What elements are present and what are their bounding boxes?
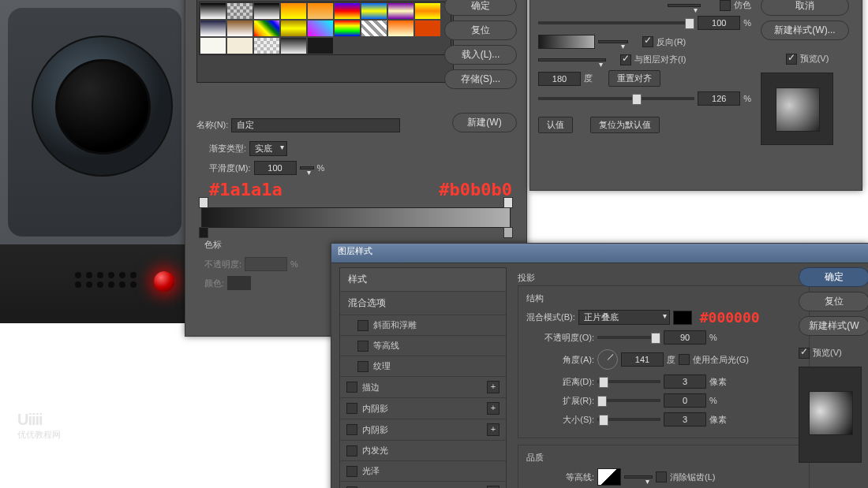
preview-checkbox[interactable] <box>786 54 797 65</box>
spread-label: 扩展(R): <box>526 395 594 407</box>
style-preview <box>761 73 833 145</box>
opacity-stop-left[interactable] <box>199 197 208 208</box>
spread-slider[interactable] <box>597 399 660 402</box>
stop-opacity-input <box>245 257 287 271</box>
smooth-input[interactable] <box>254 161 297 175</box>
ls-reset-button[interactable]: 复位 <box>799 292 868 311</box>
grad-type-select[interactable]: 实底 <box>249 141 287 156</box>
angle-input[interactable] <box>538 72 581 86</box>
dither-checkbox[interactable] <box>720 0 731 11</box>
style-item[interactable]: 斜面和浮雕 <box>340 315 506 336</box>
style-item[interactable]: 等高线 <box>340 336 506 356</box>
shadow-angle-input[interactable] <box>621 352 664 367</box>
opacity-stop-right[interactable] <box>503 197 513 208</box>
layer-style-dialog: 图层样式 样式 混合选项 斜面和浮雕等高线纹理描边+内阴影+内阴影+内发光光泽颜… <box>331 243 868 488</box>
quality-label: 品质 <box>526 452 801 464</box>
scale-slider[interactable] <box>538 97 694 100</box>
align-checkbox[interactable] <box>620 54 631 65</box>
style-item[interactable]: 颜色叠加+ <box>340 482 506 488</box>
styles-header[interactable]: 样式 <box>340 268 506 292</box>
style-item-label: 描边 <box>362 382 380 393</box>
shadow-blend-mode-select[interactable]: 正片叠底 <box>578 310 670 325</box>
watermark: Uiiii 优优教程网 <box>17 411 61 441</box>
style-item[interactable]: 内阴影+ <box>340 419 506 441</box>
ls-new-style-button[interactable]: 新建样式(W <box>799 316 868 336</box>
reverse-checkbox[interactable] <box>642 36 653 47</box>
drop-shadow-panel: 投影 结构 混合模式(B): 正片叠底 #000000 不透明度(O): % 角… <box>518 267 810 488</box>
style-item-checkbox[interactable] <box>357 320 369 331</box>
style-item[interactable]: 内阴影+ <box>340 398 506 419</box>
dialog-title: 图层样式 <box>338 246 372 255</box>
opacity-input[interactable] <box>698 16 740 30</box>
new-style-button[interactable]: 新建样式(W)... <box>761 20 849 40</box>
global-light-checkbox[interactable] <box>679 354 690 365</box>
blend-options-row[interactable]: 混合选项 <box>340 292 506 315</box>
gradient-bar[interactable] <box>201 207 511 228</box>
smooth-unit-select[interactable] <box>300 166 314 169</box>
size-slider[interactable] <box>597 418 660 421</box>
size-input[interactable] <box>664 412 706 427</box>
opacity-slider[interactable] <box>538 21 694 24</box>
style-select[interactable] <box>538 58 606 61</box>
blend-mode-select[interactable] <box>668 4 701 7</box>
angle-dial[interactable] <box>597 349 618 370</box>
distance-input[interactable] <box>664 374 706 389</box>
style-item-checkbox[interactable] <box>346 403 357 414</box>
shadow-section-title: 投影 <box>518 273 535 282</box>
ok-button[interactable]: 确定 <box>444 0 517 16</box>
gradient-overlay-panel: 仿色 % 反向(R) 与图层对齐(I) 度 重置对齐 <box>529 0 862 191</box>
dither-label: 仿色 <box>734 0 751 11</box>
smooth-unit: % <box>317 163 325 173</box>
color-stop-left[interactable] <box>199 227 208 238</box>
style-item-checkbox[interactable] <box>346 382 357 393</box>
style-item[interactable]: 纹理 <box>340 356 506 377</box>
reset-default-button[interactable]: 复位为默认值 <box>590 117 660 133</box>
antialias-label: 消除锯齿(L) <box>670 471 715 483</box>
style-item[interactable]: 光泽 <box>340 461 506 482</box>
style-item[interactable]: 描边+ <box>340 377 506 398</box>
gradient-preview[interactable] <box>538 35 595 49</box>
contour-dropdown[interactable] <box>624 475 653 479</box>
name-input[interactable] <box>231 118 400 132</box>
gradient-presets[interactable] <box>196 0 454 83</box>
scale-input[interactable] <box>698 91 740 106</box>
load-button[interactable]: 载入(L)... <box>444 45 517 65</box>
distance-slider[interactable] <box>597 380 660 383</box>
camera-illustration <box>0 0 189 323</box>
reset-align-button[interactable]: 重置对齐 <box>608 70 660 87</box>
spread-input[interactable] <box>664 393 706 408</box>
style-item-checkbox[interactable] <box>357 361 369 372</box>
style-item-checkbox[interactable] <box>346 445 357 456</box>
add-effect-icon[interactable]: + <box>487 423 499 436</box>
name-label: 名称(N): <box>196 119 228 131</box>
style-item-checkbox[interactable] <box>357 341 369 352</box>
preview-label: 预览(V) <box>800 53 829 65</box>
add-effect-icon[interactable]: + <box>487 381 499 393</box>
color-stop-right[interactable] <box>503 227 513 238</box>
shadow-color-swatch[interactable] <box>673 311 692 325</box>
shadow-opacity-slider[interactable] <box>597 336 660 339</box>
ls-preview-checkbox[interactable] <box>799 348 810 359</box>
style-item-label: 纹理 <box>373 360 391 372</box>
style-item-checkbox[interactable] <box>346 424 357 435</box>
reverse-label: 反向(R) <box>657 36 686 48</box>
antialias-checkbox[interactable] <box>656 471 667 482</box>
new-button[interactable]: 新建(W) <box>452 113 517 132</box>
style-item-label: 内发光 <box>362 445 388 456</box>
make-default-button[interactable]: 认值 <box>538 117 573 133</box>
reset-button[interactable]: 复位 <box>444 20 517 40</box>
style-item-label: 内阴影 <box>362 403 388 415</box>
style-item[interactable]: 内发光 <box>340 441 506 461</box>
save-button[interactable]: 存储(S)... <box>444 69 517 89</box>
stop-opacity-label: 不透明度: <box>204 259 241 270</box>
style-item-checkbox[interactable] <box>346 466 357 477</box>
ls-ok-button[interactable]: 确定 <box>799 267 868 287</box>
shadow-opacity-input[interactable] <box>664 330 706 345</box>
contour-picker[interactable] <box>597 468 621 486</box>
cancel-button[interactable]: 取消 <box>761 0 849 16</box>
dialog-titlebar[interactable]: 图层样式 <box>331 244 868 263</box>
red-label-right: #b0b0b0 <box>439 180 512 199</box>
gradient-dropdown[interactable] <box>598 40 628 43</box>
add-effect-icon[interactable]: + <box>487 402 499 415</box>
smooth-label: 平滑度(M): <box>209 162 251 174</box>
